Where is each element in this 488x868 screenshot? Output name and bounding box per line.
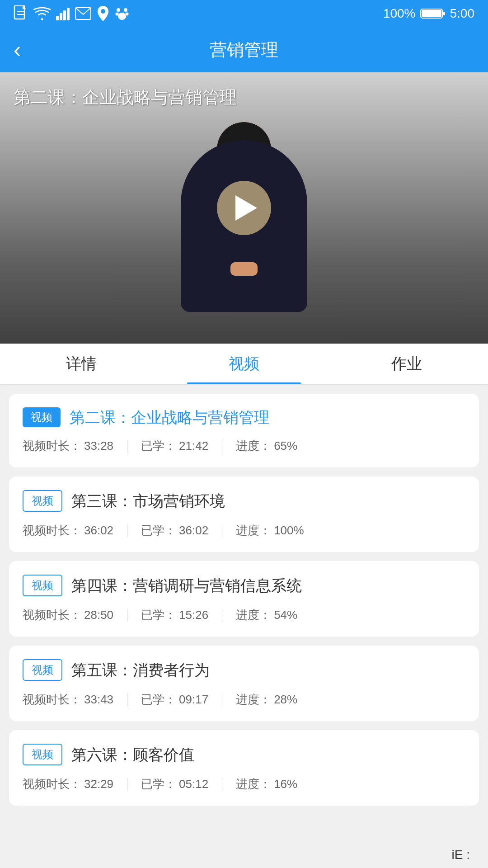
duration-value: 32:29	[84, 777, 113, 791]
studied-value: 09:17	[179, 693, 208, 707]
battery-icon	[420, 8, 446, 19]
page-title: 营销管理	[210, 38, 278, 61]
studied-value: 15:26	[179, 608, 208, 622]
progress-value: 16%	[274, 777, 297, 791]
svg-rect-5	[63, 10, 66, 20]
video-item-header: 视频 第六课：顾客价值	[23, 744, 465, 765]
battery-text: 100%	[383, 6, 416, 21]
tab-homework[interactable]: 作业	[325, 344, 488, 384]
paw-icon	[115, 6, 129, 21]
video-item[interactable]: 视频 第五课：消费者行为 视频时长： 33:43 已学： 09:17 进度： 2…	[9, 646, 479, 721]
video-item-title: 第三课：市场营销环境	[71, 491, 225, 511]
svg-rect-16	[443, 12, 445, 15]
duration-value: 36:02	[84, 524, 113, 538]
content-area: 视频 第二课：企业战略与营销管理 视频时长： 33:28 已学： 21:42 进…	[0, 385, 488, 837]
tab-details[interactable]: 详情	[0, 344, 163, 384]
stat-divider	[127, 440, 127, 453]
mail-icon	[75, 7, 91, 20]
time-text: 5:00	[450, 6, 475, 21]
tab-homework-label: 作业	[391, 354, 422, 374]
video-badge-outline: 视频	[23, 744, 62, 765]
progress-stat: 进度： 54%	[236, 607, 297, 623]
video-item[interactable]: 视频 第二课：企业战略与营销管理 视频时长： 33:28 已学： 21:42 进…	[9, 394, 479, 467]
video-item[interactable]: 视频 第六课：顾客价值 视频时长： 32:29 已学： 05:12 进度： 16…	[9, 730, 479, 806]
progress-stat: 进度： 28%	[236, 692, 297, 708]
video-item-header: 视频 第五课：消费者行为	[23, 659, 465, 681]
duration-value: 28:50	[84, 608, 113, 622]
document-icon	[14, 5, 28, 22]
duration-label: 视频时长：	[23, 776, 81, 792]
stat-divider	[222, 524, 222, 537]
play-icon	[235, 195, 257, 221]
duration-value: 33:43	[84, 693, 113, 707]
video-item-header: 视频 第四课：营销调研与营销信息系统	[23, 575, 465, 596]
duration-label: 视频时长：	[23, 523, 81, 538]
svg-point-11	[116, 13, 119, 16]
studied-stat: 已学： 21:42	[141, 438, 208, 454]
video-item-title: 第二课：企业战略与营销管理	[70, 407, 269, 427]
progress-stat: 进度： 16%	[236, 776, 297, 792]
duration-value: 33:28	[84, 439, 113, 453]
studied-value: 21:42	[179, 439, 208, 453]
video-item-stats: 视频时长： 32:29 已学： 05:12 进度： 16%	[23, 776, 465, 792]
duration-stat: 视频时长： 33:43	[23, 692, 113, 708]
progress-stat: 进度： 65%	[236, 438, 297, 454]
video-item-stats: 视频时长： 33:43 已学： 09:17 进度： 28%	[23, 692, 465, 708]
stat-divider	[222, 440, 222, 453]
progress-label: 进度：	[236, 776, 271, 792]
studied-label: 已学：	[141, 692, 176, 708]
stat-divider	[222, 609, 222, 622]
video-item-stats: 视频时长： 33:28 已学： 21:42 进度： 65%	[23, 438, 465, 454]
stat-divider	[127, 524, 127, 537]
tab-videos[interactable]: 视频	[163, 344, 325, 384]
video-badge-outline: 视频	[23, 575, 62, 596]
video-item-title: 第五课：消费者行为	[71, 660, 210, 680]
video-item[interactable]: 视频 第四课：营销调研与营销信息系统 视频时长： 28:50 已学： 15:26…	[9, 561, 479, 637]
duration-label: 视频时长：	[23, 438, 81, 454]
video-item-header: 视频 第三课：市场营销环境	[23, 490, 465, 512]
progress-value: 54%	[274, 608, 297, 622]
signal-icon	[56, 7, 70, 20]
studied-value: 36:02	[179, 524, 208, 538]
instructor-hands	[230, 262, 258, 276]
status-bar-left	[14, 5, 129, 22]
svg-point-8	[101, 9, 105, 14]
bottom-area: iE :	[0, 837, 488, 868]
tabs-container: 详情 视频 作业	[0, 344, 488, 385]
play-button[interactable]	[217, 181, 271, 235]
progress-value: 65%	[274, 439, 297, 453]
progress-value: 100%	[274, 524, 304, 538]
status-bar-right: 100% 5:00	[383, 6, 474, 21]
tab-details-label: 详情	[66, 354, 97, 374]
top-navigation: ‹ 营销管理	[0, 27, 488, 72]
bottom-text: iE :	[452, 848, 470, 862]
status-bar: 100% 5:00	[0, 0, 488, 27]
video-title-overlay: 第二课：企业战略与营销管理	[14, 86, 237, 109]
progress-value: 28%	[274, 693, 297, 707]
back-button[interactable]: ‹	[14, 39, 21, 61]
progress-stat: 进度： 100%	[236, 523, 304, 538]
studied-stat: 已学： 05:12	[141, 776, 208, 792]
progress-label: 进度：	[236, 438, 271, 454]
duration-stat: 视频时长： 36:02	[23, 523, 113, 538]
video-item-header: 视频 第二课：企业战略与营销管理	[23, 407, 465, 427]
stat-divider	[127, 778, 127, 791]
tab-videos-label: 视频	[229, 354, 259, 374]
svg-rect-4	[60, 13, 62, 20]
studied-label: 已学：	[141, 776, 176, 792]
svg-rect-3	[56, 16, 59, 20]
progress-label: 进度：	[236, 523, 271, 538]
wifi-icon	[33, 7, 51, 20]
video-item-stats: 视频时长： 28:50 已学： 15:26 进度： 54%	[23, 607, 465, 623]
video-badge-outline: 视频	[23, 490, 62, 512]
duration-stat: 视频时长： 33:28	[23, 438, 113, 454]
video-badge-filled: 视频	[23, 407, 61, 427]
studied-stat: 已学： 09:17	[141, 692, 208, 708]
location-icon	[97, 6, 109, 21]
video-badge-outline: 视频	[23, 659, 62, 681]
video-item[interactable]: 视频 第三课：市场营销环境 视频时长： 36:02 已学： 36:02 进度： …	[9, 476, 479, 552]
video-player[interactable]: 第二课：企业战略与营销管理	[0, 72, 488, 344]
svg-rect-6	[67, 8, 70, 20]
svg-point-10	[124, 8, 127, 12]
studied-stat: 已学： 15:26	[141, 607, 208, 623]
